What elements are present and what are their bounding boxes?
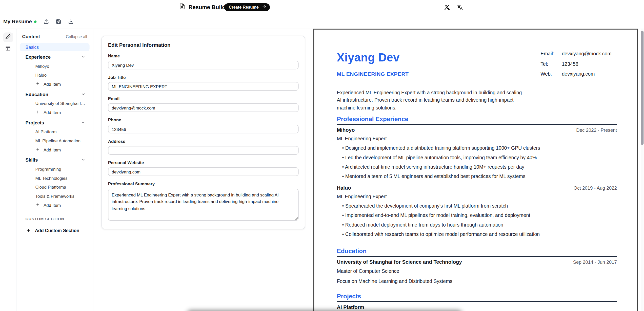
content-panel-header: Content Collapse all: [20, 34, 90, 39]
school-name: University of Shanghai for Science and T…: [337, 259, 462, 265]
resume-name-heading: Xiyang Dev: [337, 51, 409, 64]
arrow-right-icon: [262, 5, 267, 10]
resume-job-title: ML ENGINEERING EXPERT: [337, 71, 409, 77]
sidebar-item-ml-technologies[interactable]: ML Technologies: [20, 173, 90, 183]
basics-label: Basics: [26, 45, 39, 50]
email-label: Email: [108, 96, 299, 101]
name-label: Name: [108, 53, 299, 58]
summary-field-group: Professional Summary Experienced ML Engi…: [108, 181, 299, 222]
section-experience-label: Experience: [26, 55, 51, 59]
company-name: Mihoyo: [337, 127, 355, 133]
sidebar-item-tools-frameworks[interactable]: Tools & Frameworks: [20, 192, 90, 201]
add-skill-item-button[interactable]: Add Item: [20, 201, 90, 210]
contact-email-label: Email:: [540, 51, 562, 61]
bullet-item: Reduced model deployment time from days …: [337, 220, 617, 230]
edit-content-tab[interactable]: [3, 32, 13, 42]
upload-icon[interactable]: [41, 16, 51, 27]
sidebar-item-university[interactable]: University of Shanghai for Science and T…: [20, 99, 90, 108]
plus-icon: [36, 110, 40, 115]
contact-web-row: Web: devxiyang.com: [540, 71, 617, 81]
contact-tel-label: Tel:: [540, 61, 562, 71]
resume-preview-page: Xiyang Dev ML ENGINEERING EXPERT Email: …: [313, 29, 638, 311]
education-entry-header: University of Shanghai for Science and T…: [337, 259, 617, 265]
bullet-item: Spearheaded the development of company's…: [337, 202, 617, 211]
entry-date: Sep 2014 - Jun 2017: [573, 260, 617, 264]
education-degree: Master of Computer Science: [337, 268, 617, 274]
content-panel-title: Content: [22, 34, 40, 39]
resume-identity: Xiyang Dev ML ENGINEERING EXPERT: [337, 51, 409, 81]
chevron-down-icon: [81, 157, 86, 163]
edit-pencil-icon: [5, 34, 11, 41]
add-education-item-button[interactable]: Add Item: [20, 108, 90, 117]
contact-email-row: Email: devxiyang@mock.com: [540, 51, 617, 61]
header-right-actions: [443, 0, 464, 14]
sidebar-item-mihoyo[interactable]: Mihoyo: [20, 61, 90, 71]
document-toolbar: My Resume: [0, 14, 78, 29]
edit-personal-info-card: Edit Personal Information Name Job Title…: [102, 36, 305, 229]
sidebar-item-cloud-platforms[interactable]: Cloud Platforms: [20, 183, 90, 192]
project-entry-header: AI Platform: [337, 304, 617, 310]
left-icon-rail: [0, 29, 16, 311]
entry-date: Oct 2019 - Aug 2022: [574, 185, 617, 190]
experience-entry-header: Haluo Oct 2019 - Aug 2022: [337, 185, 617, 191]
website-field-group: Personal Website: [108, 160, 299, 176]
bullet-item: Mentored a team of 5 ML engineers and es…: [337, 172, 617, 181]
bullet-item: Designed and implemented a distributed t…: [337, 144, 617, 153]
download-icon[interactable]: [66, 16, 76, 27]
job-title-input[interactable]: [108, 82, 299, 91]
entry-bullets: Designed and implemented a distributed t…: [337, 144, 617, 181]
entry-bullets: Spearheaded the development of company's…: [337, 202, 617, 239]
add-project-item-button[interactable]: Add Item: [20, 145, 90, 154]
save-icon[interactable]: [53, 16, 64, 27]
preview-area: Xiyang Dev ML ENGINEERING EXPERT Email: …: [313, 29, 641, 311]
template-layout-icon: [5, 45, 11, 52]
scrollbar-thumb[interactable]: [641, 31, 643, 145]
sidebar-item-ai-platform[interactable]: AI Platform: [20, 127, 90, 136]
content-panel: Content Collapse all Basics Experience M…: [16, 29, 93, 311]
add-experience-item-button[interactable]: Add Item: [20, 80, 90, 89]
sidebar-item-ml-pipeline-automation[interactable]: ML Pipeline Automation: [20, 136, 90, 145]
address-input[interactable]: [108, 146, 299, 155]
form-area: Edit Personal Information Name Job Title…: [94, 29, 313, 311]
collapse-all-button[interactable]: Collapse all: [66, 34, 87, 39]
resume-builder-app: Resume Builder Create Resume My Resume: [0, 0, 644, 311]
section-skills[interactable]: Skills: [20, 156, 90, 165]
create-resume-button[interactable]: Create Resume: [224, 3, 270, 11]
section-experience[interactable]: Experience: [20, 53, 90, 62]
summary-textarea[interactable]: Experienced ML Engineering Expert with a…: [108, 189, 299, 221]
contact-tel-value: 123456: [562, 61, 578, 71]
template-tab[interactable]: [3, 44, 13, 54]
phone-label: Phone: [108, 117, 299, 122]
add-item-label: Add Item: [44, 203, 61, 207]
translate-icon[interactable]: [456, 4, 464, 11]
sidebar-item-programming[interactable]: Programming: [20, 165, 90, 174]
add-custom-section-label: Add Custom Section: [35, 228, 79, 233]
bullet-item: Led the development of ML pipeline autom…: [337, 153, 617, 162]
chevron-down-icon: [81, 54, 86, 60]
x-social-icon[interactable]: [443, 4, 451, 11]
contact-web-label: Web:: [540, 71, 562, 81]
sidebar-item-haluo[interactable]: Haluo: [20, 71, 90, 80]
plus-icon: [26, 228, 31, 233]
custom-section-header: CUSTOM SECTION: [20, 217, 90, 221]
section-heading-projects: Projects: [337, 293, 617, 302]
experience-entry-header: Mihoyo Dec 2022 - Present: [337, 127, 617, 133]
brand: Resume Builder: [179, 0, 231, 14]
contact-web-value: devxiyang.com: [562, 71, 595, 81]
phone-field-group: Phone: [108, 117, 299, 133]
add-custom-section-button[interactable]: Add Custom Section: [20, 226, 90, 235]
section-projects[interactable]: Projects: [20, 118, 90, 127]
phone-input[interactable]: [108, 125, 299, 133]
plus-icon: [36, 147, 40, 152]
project-name: AI Platform: [337, 304, 364, 310]
section-skills-label: Skills: [26, 158, 38, 162]
name-input[interactable]: [108, 61, 299, 69]
address-label: Address: [108, 139, 299, 143]
email-input[interactable]: [108, 103, 299, 112]
website-input[interactable]: [108, 167, 299, 176]
saved-status-dot: [34, 20, 37, 23]
resume-builder-logo-icon: [179, 3, 185, 11]
section-education[interactable]: Education: [20, 90, 90, 99]
section-heading-experience: Professional Experience: [337, 115, 617, 125]
sidebar-item-basics[interactable]: Basics: [20, 43, 90, 51]
